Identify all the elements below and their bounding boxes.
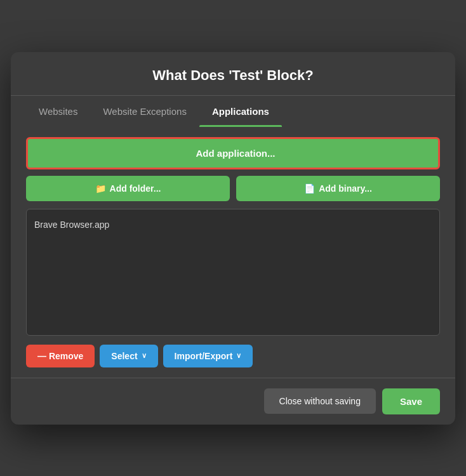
remove-button[interactable]: — Remove: [26, 345, 95, 367]
file-icon: 📄: [304, 183, 315, 194]
dialog-footer: Close without saving Save: [11, 378, 455, 425]
add-application-label: Add application...: [196, 148, 275, 159]
save-label: Save: [400, 396, 422, 407]
add-folder-button[interactable]: 📁 Add folder...: [26, 176, 230, 201]
close-without-saving-button[interactable]: Close without saving: [264, 388, 376, 414]
remove-label: — Remove: [37, 351, 83, 361]
list-item[interactable]: Brave Browser.app: [34, 217, 432, 232]
select-label: Select: [111, 351, 137, 361]
dialog-title: What Does 'Test' Block?: [26, 67, 440, 84]
add-binary-button[interactable]: 📄 Add binary...: [236, 176, 440, 201]
tab-applications[interactable]: Applications: [199, 96, 282, 127]
applications-list: Brave Browser.app: [26, 209, 440, 336]
save-button[interactable]: Save: [382, 388, 440, 414]
select-button[interactable]: Select ∨: [100, 345, 157, 367]
tab-website-exceptions[interactable]: Website Exceptions: [90, 96, 199, 127]
tab-websites[interactable]: Websites: [26, 96, 90, 127]
dialog: What Does 'Test' Block? Websites Website…: [11, 52, 455, 425]
close-label: Close without saving: [279, 396, 361, 406]
add-folder-label: Add folder...: [110, 183, 161, 194]
dialog-body: Add application... 📁 Add folder... 📄 Add…: [11, 127, 455, 378]
action-row: — Remove Select ∨ Import/Export ∨: [26, 345, 440, 367]
import-export-chevron-icon: ∨: [236, 352, 241, 360]
folder-icon: 📁: [95, 183, 106, 194]
add-row: 📁 Add folder... 📄 Add binary...: [26, 176, 440, 201]
select-chevron-icon: ∨: [142, 352, 147, 360]
add-binary-label: Add binary...: [319, 183, 372, 194]
import-export-button[interactable]: Import/Export ∨: [163, 345, 253, 367]
dialog-header: What Does 'Test' Block?: [11, 52, 455, 84]
add-application-button[interactable]: Add application...: [26, 137, 440, 169]
import-export-label: Import/Export: [175, 351, 233, 361]
tabs-bar: Websites Website Exceptions Applications: [11, 96, 455, 127]
